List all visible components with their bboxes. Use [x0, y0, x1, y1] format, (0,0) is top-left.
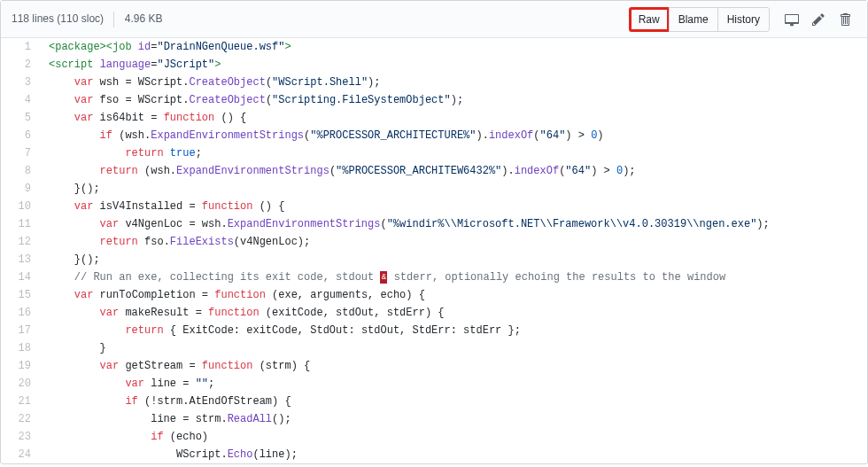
line-number[interactable]: 14 [1, 269, 40, 286]
code-row: 10 var isV4Installed = function () { [1, 198, 867, 215]
line-number[interactable]: 4 [1, 91, 40, 109]
line-number[interactable]: 19 [1, 357, 40, 375]
line-number[interactable]: 5 [1, 109, 40, 127]
code-line[interactable]: line = strm.ReadAll(); [40, 410, 867, 428]
code-line[interactable]: // Run an exe, collecting its exit code,… [40, 269, 867, 286]
code-row: 7 return true; [1, 144, 867, 162]
code-row: 3 var wsh = WScript.CreateObject("WScrip… [1, 74, 867, 91]
blame-button[interactable]: Blame [669, 7, 718, 32]
code-line[interactable]: var runToCompletion = function (exe, arg… [40, 286, 867, 304]
line-number[interactable]: 9 [1, 180, 40, 198]
code-row: 22 line = strm.ReadAll(); [1, 410, 867, 428]
code-line[interactable]: var getStream = function (strm) { [40, 357, 867, 375]
code-line[interactable]: var isV4Installed = function () { [40, 198, 867, 215]
code-row: 1<package><job id="DrainNGenQueue.wsf"> [1, 38, 867, 56]
code-line[interactable]: if (echo) [40, 428, 867, 446]
file-size: 4.96 KB [125, 12, 163, 25]
code-row: 14 // Run an exe, collecting its exit co… [1, 269, 867, 286]
line-number[interactable]: 23 [1, 428, 40, 446]
history-button[interactable]: History [717, 7, 770, 32]
code-line[interactable]: } [40, 339, 867, 357]
line-number[interactable]: 17 [1, 322, 40, 339]
code-row: 20 var line = ""; [1, 375, 867, 393]
code-row: 17 return { ExitCode: exitCode, StdOut: … [1, 322, 867, 339]
code-line[interactable]: return fso.FileExists(v4NgenLoc); [40, 233, 867, 251]
code-line[interactable]: <package><job id="DrainNGenQueue.wsf"> [40, 38, 867, 56]
line-number[interactable]: 16 [1, 304, 40, 322]
code-row: 5 var is64bit = function () { [1, 109, 867, 127]
code-row: 12 return fso.FileExists(v4NgenLoc); [1, 233, 867, 251]
code-row: 9 }(); [1, 180, 867, 198]
code-row: 18 } [1, 339, 867, 357]
code-line[interactable]: }(); [40, 251, 867, 269]
divider [113, 12, 114, 27]
code-line[interactable]: var wsh = WScript.CreateObject("WScript.… [40, 74, 867, 91]
line-number[interactable]: 20 [1, 375, 40, 393]
code-line[interactable]: if (!strm.AtEndOfStream) { [40, 393, 867, 410]
code-area: 1<package><job id="DrainNGenQueue.wsf">2… [1, 38, 867, 463]
line-number[interactable]: 7 [1, 144, 40, 162]
code-line[interactable]: var v4NgenLoc = wsh.ExpandEnvironmentStr… [40, 215, 867, 233]
file-actions: Raw Blame History [629, 7, 856, 32]
code-line[interactable]: WScript.Echo(line); [40, 446, 867, 463]
code-row: 19 var getStream = function (strm) { [1, 357, 867, 375]
file-header: 118 lines (110 sloc) 4.96 KB Raw Blame H… [1, 1, 867, 38]
code-row: 24 WScript.Echo(line); [1, 446, 867, 463]
code-row: 23 if (echo) [1, 428, 867, 446]
code-line[interactable]: return { ExitCode: exitCode, StdOut: std… [40, 322, 867, 339]
line-number[interactable]: 10 [1, 198, 40, 215]
button-group: Raw Blame History [629, 7, 770, 32]
line-number[interactable]: 15 [1, 286, 40, 304]
code-row: 16 var makeResult = function (exitCode, … [1, 304, 867, 322]
line-number[interactable]: 18 [1, 339, 40, 357]
line-number[interactable]: 21 [1, 393, 40, 410]
code-line[interactable]: var line = ""; [40, 375, 867, 393]
code-line[interactable]: <script language="JScript"> [40, 56, 867, 74]
code-line[interactable]: return true; [40, 144, 867, 162]
file-info: 118 lines (110 sloc) 4.96 KB [12, 12, 162, 27]
line-count: 118 lines (110 sloc) [12, 12, 104, 25]
code-row: 2<script language="JScript"> [1, 56, 867, 74]
code-row: 13 }(); [1, 251, 867, 269]
raw-button[interactable]: Raw [629, 7, 670, 32]
code-row: 21 if (!strm.AtEndOfStream) { [1, 393, 867, 410]
code-row: 6 if (wsh.ExpandEnvironmentStrings("%PRO… [1, 127, 867, 144]
code-row: 11 var v4NgenLoc = wsh.ExpandEnvironment… [1, 215, 867, 233]
line-number[interactable]: 22 [1, 410, 40, 428]
pencil-icon[interactable] [807, 8, 830, 31]
code-row: 8 return (wsh.ExpandEnvironmentStrings("… [1, 162, 867, 180]
line-number[interactable]: 12 [1, 233, 40, 251]
code-row: 4 var fso = WScript.CreateObject("Script… [1, 91, 867, 109]
code-line[interactable]: var makeResult = function (exitCode, std… [40, 304, 867, 322]
line-number[interactable]: 11 [1, 215, 40, 233]
code-line[interactable]: var fso = WScript.CreateObject("Scriptin… [40, 91, 867, 109]
line-number[interactable]: 1 [1, 38, 40, 56]
line-number[interactable]: 3 [1, 74, 40, 91]
file-container: 118 lines (110 sloc) 4.96 KB Raw Blame H… [0, 0, 868, 464]
line-number[interactable]: 6 [1, 127, 40, 144]
code-row: 15 var runToCompletion = function (exe, … [1, 286, 867, 304]
line-number[interactable]: 13 [1, 251, 40, 269]
code-line[interactable]: }(); [40, 180, 867, 198]
line-number[interactable]: 24 [1, 446, 40, 463]
line-number[interactable]: 2 [1, 56, 40, 74]
code-line[interactable]: if (wsh.ExpandEnvironmentStrings("%PROCE… [40, 127, 867, 144]
code-line[interactable]: return (wsh.ExpandEnvironmentStrings("%P… [40, 162, 867, 180]
trash-icon[interactable] [833, 8, 856, 31]
line-number[interactable]: 8 [1, 162, 40, 180]
code-line[interactable]: var is64bit = function () { [40, 109, 867, 127]
desktop-icon[interactable] [780, 8, 803, 31]
